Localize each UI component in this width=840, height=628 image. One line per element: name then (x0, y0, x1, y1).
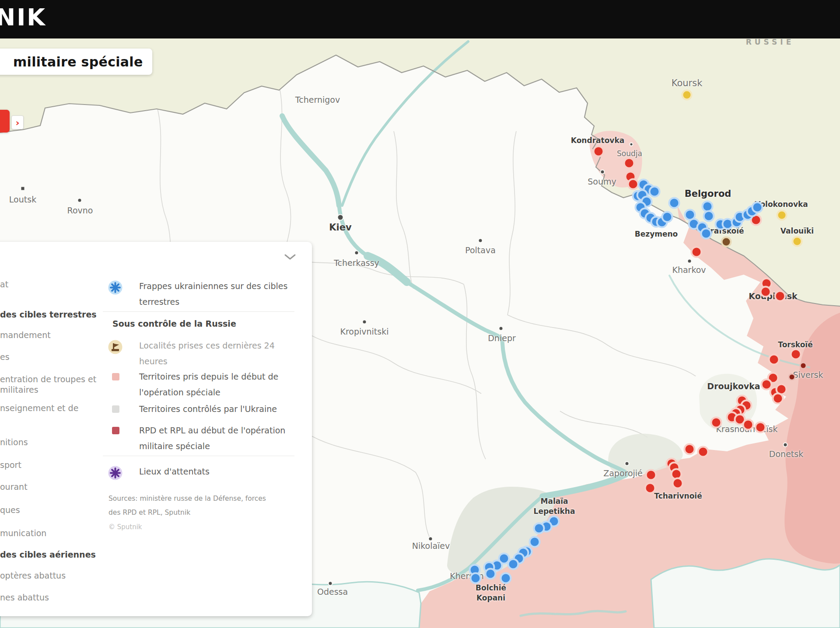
legend-panel: atdes cibles terrestresmandementesentrat… (0, 242, 312, 616)
legend-left-item: sport (0, 460, 21, 470)
blue-strike-marker[interactable] (668, 197, 680, 209)
city-dot (77, 198, 82, 203)
city-label-odessa: Odessa (317, 587, 348, 597)
red-strike-marker[interactable] (755, 422, 766, 433)
city-label-poltava: Poltava (465, 245, 496, 255)
city-label-loutsk: Loutsk (9, 195, 36, 205)
blue-strike-marker[interactable] (649, 186, 661, 198)
yellow-event-marker[interactable] (682, 90, 693, 101)
legend-left-item: mandement (0, 330, 51, 340)
red-strike-marker[interactable] (684, 443, 696, 455)
city-label-nikola-ev: Nikolaïev (412, 541, 450, 551)
city-dot (687, 259, 692, 264)
city-label-kondratovka: Kondratovka (571, 136, 624, 146)
chevron-right-icon: › (15, 117, 19, 128)
legend-left-item: ques (0, 505, 20, 515)
legend-section-header: Sous contrôle de la Russie (112, 319, 236, 328)
blue-strike-marker[interactable] (752, 202, 763, 213)
city-label-dniepr: Dniepr (488, 333, 516, 343)
city-label-belgorod: Belgorod (685, 189, 732, 199)
city-label-rovno: Rovno (67, 206, 93, 216)
city-label-bezymeno: Bezymeno (635, 229, 678, 239)
legend-left-item: des cibles aériennes (0, 550, 96, 559)
city-dot (625, 461, 630, 466)
red-strike-marker[interactable] (697, 446, 709, 458)
blue-strike-marker[interactable] (500, 572, 512, 584)
yellow-event-marker[interactable] (792, 236, 803, 247)
red-strike-marker[interactable] (672, 478, 684, 489)
top-bar: NIK (0, 0, 840, 38)
legend-item-label: Territoires contrôlés par l'Ukraine (139, 401, 277, 417)
legend-item-label: Lieux d'attentats (139, 464, 210, 479)
legend-item-label: Territoires pris depuis le début de l'op… (139, 369, 278, 400)
legend-left-item: nes abattus (0, 593, 49, 602)
red-strike-marker[interactable] (774, 290, 786, 302)
sea-azov (651, 559, 840, 628)
legend-item-label: Localités prises ces dernières 24 heures (139, 338, 275, 369)
maroon-marker[interactable] (788, 373, 796, 381)
legend-left-item: optères abattus (0, 571, 66, 580)
legend-left-item: es (0, 352, 10, 362)
city-dot (362, 320, 367, 324)
legend-left-item: munication (0, 528, 46, 538)
city-label-bolchi-kopani: Bolchié Kopani (476, 583, 506, 603)
red-strike-marker[interactable] (790, 349, 802, 360)
city-label-koursk: Koursk (672, 78, 703, 88)
blue-strike-icon (108, 280, 123, 295)
blue-strike-marker[interactable] (662, 211, 673, 223)
city-dot (630, 143, 634, 147)
city-label-valou-ki: Valouïki (780, 226, 814, 236)
city-label-tchernigov: Tchernigov (295, 95, 340, 105)
legend-left-item: ourant (0, 482, 28, 492)
blue-strike-marker[interactable] (533, 523, 545, 534)
legend-left-item: at (0, 279, 8, 289)
city-dot (21, 186, 25, 191)
legend-left-item: des cibles terrestres (0, 310, 97, 319)
red-strike-marker[interactable] (768, 354, 780, 366)
blue-strike-marker[interactable] (703, 210, 715, 222)
city-label-mala-a-lepetikha: Malaïa Lepetikha (534, 496, 575, 516)
yellow-event-marker[interactable] (777, 210, 788, 221)
legend-item-label: Frappes ukrainiennes sur des cibles terr… (139, 278, 287, 310)
legend-sources: Sources: ministère russe de la Défense, … (108, 492, 266, 520)
city-label-donetsk: Donetsk (769, 449, 803, 459)
city-dot (478, 238, 483, 243)
legend-left-item: nitions (0, 437, 28, 447)
city-dot (337, 214, 344, 221)
red-strike-marker[interactable] (760, 286, 772, 298)
blue-strike-marker[interactable] (485, 568, 497, 580)
next-slide-button[interactable]: › (11, 115, 24, 129)
red-strike-marker[interactable] (691, 246, 703, 258)
maroon-marker[interactable] (800, 362, 807, 370)
red-strike-marker[interactable] (627, 178, 639, 190)
map-title: militaire spéciale (13, 54, 143, 70)
blue-strike-marker[interactable] (700, 228, 712, 240)
carousel-red-tile[interactable] (0, 110, 10, 133)
red-strike-marker[interactable] (772, 393, 784, 405)
sputnik-logo[interactable]: NIK (0, 3, 46, 31)
legend-separator (103, 311, 294, 312)
collapse-chevron-icon[interactable] (284, 253, 297, 261)
blue-strike-marker[interactable] (529, 536, 541, 548)
legend-item-label: RPD et RPL au début de l'opération milit… (139, 422, 285, 454)
red-strike-marker[interactable] (623, 157, 635, 169)
red-strike-marker[interactable] (645, 469, 657, 481)
red-square-icon (112, 427, 119, 434)
city-dot (499, 326, 504, 331)
map-title-box: militaire spéciale (0, 49, 152, 75)
city-label-kiev: Kiev (329, 223, 351, 233)
red-strike-marker[interactable] (644, 482, 656, 494)
captured-locality-marker[interactable] (721, 237, 732, 248)
city-label-tcherkassy: Tcherkassy (334, 258, 379, 268)
captured-locality-icon (108, 339, 123, 355)
red-strike-marker[interactable] (593, 146, 605, 157)
app-root: RUSSIE NIK militaire spéciale › atdes ci… (0, 0, 840, 628)
blue-strike-marker[interactable] (470, 572, 482, 584)
pink-square-icon (112, 373, 119, 380)
red-strike-marker[interactable] (710, 417, 722, 429)
city-label-siversk: Siversk (793, 370, 823, 380)
city-label-kharkov: Kharkov (672, 265, 706, 275)
legend-copyright: © Sputnik (108, 523, 142, 531)
red-strike-marker[interactable] (742, 419, 754, 431)
legend-left-item: entration de troupes et (0, 374, 96, 384)
